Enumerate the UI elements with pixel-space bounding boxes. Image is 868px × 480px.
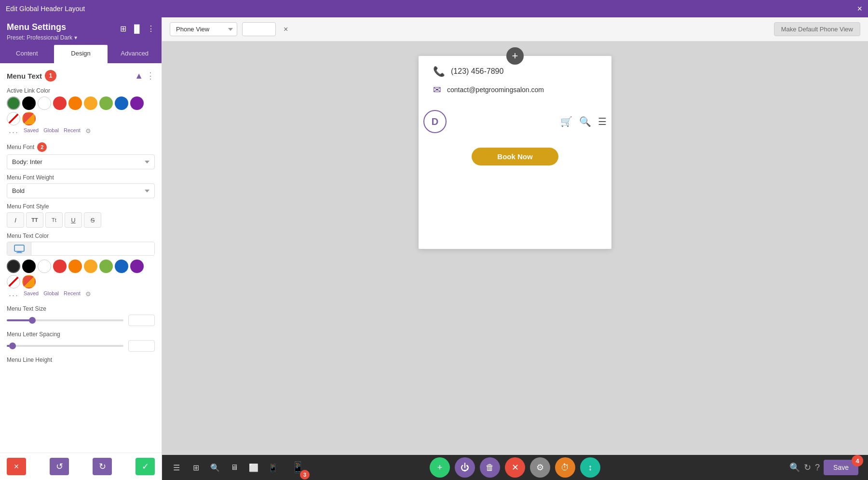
menu-font-select[interactable]: Body: Inter	[7, 154, 155, 169]
more-options-icon[interactable]: ⋮	[147, 24, 155, 33]
font-style-underline[interactable]: U	[65, 212, 82, 228]
tc-swatch-blue[interactable]	[115, 260, 128, 273]
collapse-button[interactable]: ▲	[135, 71, 143, 81]
color-swatch-transparent[interactable]	[7, 112, 20, 125]
tc-swatch-black[interactable]	[22, 260, 36, 273]
add-section-btn[interactable]: +	[430, 457, 450, 478]
color-swatch-white[interactable]	[38, 96, 51, 110]
font-style-uppercase[interactable]: TT	[26, 212, 43, 228]
tc-saved-label[interactable]: Saved	[24, 290, 39, 301]
view-select[interactable]: Phone View	[170, 22, 237, 36]
color-swatch-purple[interactable]	[130, 96, 144, 110]
active-link-color-swatches	[7, 96, 155, 125]
columns-icon[interactable]: ▐▌	[131, 25, 142, 33]
color-swatch-green[interactable]	[7, 96, 20, 110]
menu-text-size-value[interactable]: 14px	[128, 315, 155, 326]
tc-swatch-orange[interactable]	[68, 260, 82, 273]
tc-settings-icon[interactable]: ⚙	[85, 290, 91, 301]
search-icon[interactable]: 🔍	[579, 116, 591, 127]
toolbar-desktop-icon[interactable]: 🖥	[227, 460, 242, 475]
redo-button[interactable]: ↻	[93, 458, 112, 475]
toolbar-menu-icon[interactable]: ☰	[169, 460, 184, 475]
menu-letter-spacing-value[interactable]: 0px	[128, 340, 155, 352]
color-swatch-red[interactable]	[53, 96, 67, 110]
history-btn[interactable]: ⏱	[555, 457, 575, 478]
phone-icon: 📞	[433, 66, 445, 77]
sort-btn[interactable]: ↕	[580, 457, 600, 478]
tab-content[interactable]: Content	[0, 45, 54, 63]
right-panel: Phone View 400px × Make Default Phone Vi…	[162, 17, 868, 480]
font-style-capitalize[interactable]: Tt	[45, 212, 63, 228]
tab-advanced[interactable]: Advanced	[108, 45, 162, 63]
recent-label[interactable]: Recent	[64, 127, 81, 137]
chevron-down-icon: ▾	[74, 34, 77, 41]
add-section-button[interactable]: +	[506, 47, 524, 65]
cancel-button[interactable]: ×	[7, 458, 26, 475]
view-px-input[interactable]: 400px	[242, 22, 276, 36]
tc-swatch-red[interactable]	[53, 260, 67, 273]
settings-btn[interactable]: ⚙	[530, 457, 550, 478]
bottom-toolbar-right: 🔍 ↻ ? Save 4	[789, 460, 861, 475]
section-more-button[interactable]: ⋮	[146, 70, 155, 81]
svg-rect-1	[17, 251, 21, 252]
panel-preset[interactable]: Preset: Professional Dark ▾	[7, 34, 77, 41]
email-icon: ✉	[433, 84, 441, 96]
global-label[interactable]: Global	[43, 127, 59, 137]
tc-global-label[interactable]: Global	[43, 290, 59, 301]
view-select-wrap: Phone View	[170, 22, 237, 36]
tc-swatch-transparent[interactable]	[7, 275, 20, 288]
color-swatch-orange[interactable]	[68, 96, 82, 110]
color-swatch-yellow[interactable]	[84, 96, 97, 110]
tc-swatch-lime[interactable]	[99, 260, 113, 273]
color-swatch-edit[interactable]	[22, 112, 36, 125]
active-link-color-meta: ··· Saved Global Recent ⚙	[7, 127, 155, 137]
make-default-button[interactable]: Make Default Phone View	[774, 22, 860, 36]
power-btn[interactable]: ⏻	[455, 457, 475, 478]
toolbar-grid-icon[interactable]: ⊞	[188, 460, 203, 475]
color-swatch-black[interactable]	[22, 96, 36, 110]
close-icon[interactable]: ×	[857, 4, 862, 14]
title-bar-text: Edit Global Header Layout	[6, 5, 85, 13]
view-toolbar: Phone View 400px × Make Default Phone Vi…	[162, 17, 868, 41]
confirm-button[interactable]: ✓	[136, 458, 155, 475]
tc-swatch-black-circle[interactable]	[7, 260, 20, 273]
hamburger-icon[interactable]: ☰	[598, 116, 607, 127]
tc-swatch-edit[interactable]	[22, 275, 36, 288]
book-now-button[interactable]: Book Now	[472, 148, 558, 165]
tab-design[interactable]: Design	[54, 45, 108, 63]
grid-icon[interactable]: ⊞	[120, 24, 126, 33]
font-style-italic[interactable]: I	[7, 212, 24, 228]
font-style-strikethrough[interactable]: S	[84, 212, 101, 228]
toolbar-search-right-icon[interactable]: 🔍	[789, 462, 800, 473]
cart-icon[interactable]: 🛒	[560, 116, 572, 127]
toolbar-phone-icon[interactable]: 📱	[265, 460, 281, 475]
menu-letter-spacing-slider[interactable]	[7, 345, 123, 347]
tc-swatch-white[interactable]	[38, 260, 51, 273]
color-preview-box[interactable]	[7, 242, 31, 255]
color-swatch-blue[interactable]	[115, 96, 128, 110]
color-swatch-lime[interactable]	[99, 96, 113, 110]
color-text-field[interactable]	[31, 242, 154, 255]
tc-swatch-purple[interactable]	[130, 260, 144, 273]
undo-button[interactable]: ↺	[50, 458, 69, 475]
canvas-area: + 📞 (123) 456-7890 ✉ contact@petgrooming…	[162, 41, 868, 455]
saved-label[interactable]: Saved	[24, 127, 39, 137]
tc-dots-icon[interactable]: ···	[9, 290, 19, 301]
bottom-toolbar-left: ☰ ⊞ 🔍 🖥 ⬜ 📱 📱 3	[169, 457, 308, 478]
step-badge-4: 4	[852, 455, 863, 466]
close-btn[interactable]: ✕	[505, 457, 525, 478]
tc-recent-label[interactable]: Recent	[64, 290, 81, 301]
dots-icon[interactable]: ···	[9, 127, 19, 137]
menu-letter-spacing-slider-row: 0px	[7, 340, 155, 352]
toolbar-search-icon[interactable]: 🔍	[207, 460, 223, 475]
menu-font-weight-select[interactable]: Bold	[7, 183, 155, 198]
color-settings-icon[interactable]: ⚙	[85, 127, 91, 137]
tc-swatch-yellow[interactable]	[84, 260, 97, 273]
delete-btn[interactable]: 🗑	[480, 457, 500, 478]
menu-font-weight-label: Menu Font Weight	[7, 174, 155, 181]
toolbar-refresh-icon[interactable]: ↻	[804, 462, 811, 473]
toolbar-help-icon[interactable]: ?	[815, 463, 820, 473]
view-close-button[interactable]: ×	[281, 24, 291, 35]
menu-text-size-slider[interactable]	[7, 319, 123, 321]
toolbar-tablet-icon[interactable]: ⬜	[246, 460, 261, 475]
